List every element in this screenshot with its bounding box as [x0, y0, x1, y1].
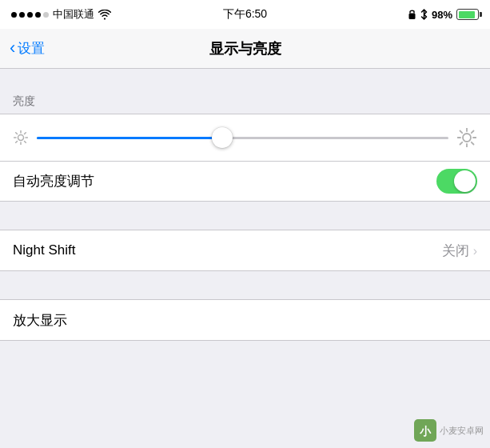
svg-line-16	[472, 142, 474, 145]
brightness-slider-row[interactable]	[0, 114, 490, 161]
toggle-thumb	[454, 170, 476, 192]
night-shift-value: 关闭 ›	[442, 242, 477, 260]
brightness-slider[interactable]	[37, 126, 448, 150]
svg-line-9	[16, 142, 18, 143]
svg-point-10	[463, 134, 471, 142]
brightness-group: 自动亮度调节	[0, 114, 490, 202]
svg-line-6	[16, 133, 18, 134]
svg-line-15	[460, 131, 463, 134]
lock-icon	[408, 9, 416, 20]
chevron-right-icon: ›	[473, 244, 477, 258]
night-shift-label: Night Shift	[13, 242, 75, 258]
section-spacer-2	[0, 271, 490, 299]
bluetooth-icon	[420, 9, 428, 20]
auto-brightness-toggle[interactable]	[436, 169, 477, 194]
magnify-row[interactable]: 放大显示	[0, 300, 490, 340]
night-shift-row[interactable]: Night Shift 关闭 ›	[0, 230, 490, 270]
auto-brightness-row: 自动亮度调节	[0, 161, 490, 201]
battery-icon	[456, 9, 479, 20]
sun-small-icon	[13, 130, 29, 146]
slider-thumb[interactable]	[212, 127, 233, 148]
nav-bar: ‹ 设置 显示与亮度	[0, 29, 490, 69]
svg-line-17	[472, 131, 474, 134]
magnify-group: 放大显示	[0, 299, 490, 341]
wifi-icon	[98, 10, 111, 20]
status-left: 中国联通	[11, 7, 111, 22]
battery-percent: 98%	[432, 9, 452, 21]
carrier-text: 中国联通	[53, 7, 94, 22]
watermark-text: 小麦安卓网	[440, 425, 484, 437]
nav-title: 显示与亮度	[209, 39, 281, 58]
watermark-logo: 小	[414, 419, 436, 442]
status-time: 下午6:50	[223, 7, 267, 22]
svg-text:小: 小	[419, 425, 432, 438]
status-right: 98%	[408, 9, 479, 21]
signal-dots	[11, 12, 49, 18]
auto-brightness-label: 自动亮度调节	[13, 172, 94, 190]
svg-point-1	[18, 135, 24, 141]
section-spacer-1	[0, 202, 490, 230]
svg-line-18	[460, 142, 463, 145]
back-button[interactable]: ‹ 设置	[10, 39, 45, 58]
back-label: 设置	[18, 39, 45, 58]
night-shift-group: Night Shift 关闭 ›	[0, 230, 490, 271]
svg-line-8	[25, 133, 26, 134]
sun-large-icon	[456, 127, 477, 148]
svg-line-7	[25, 142, 26, 143]
magnify-label: 放大显示	[13, 311, 67, 330]
svg-rect-0	[408, 14, 415, 20]
status-bar: 中国联通 下午6:50 98%	[0, 0, 490, 29]
back-chevron-icon: ‹	[10, 39, 15, 57]
watermark: 小 小麦安卓网	[414, 419, 484, 442]
brightness-section-header: 亮度	[0, 80, 490, 114]
night-shift-status: 关闭	[442, 242, 469, 260]
